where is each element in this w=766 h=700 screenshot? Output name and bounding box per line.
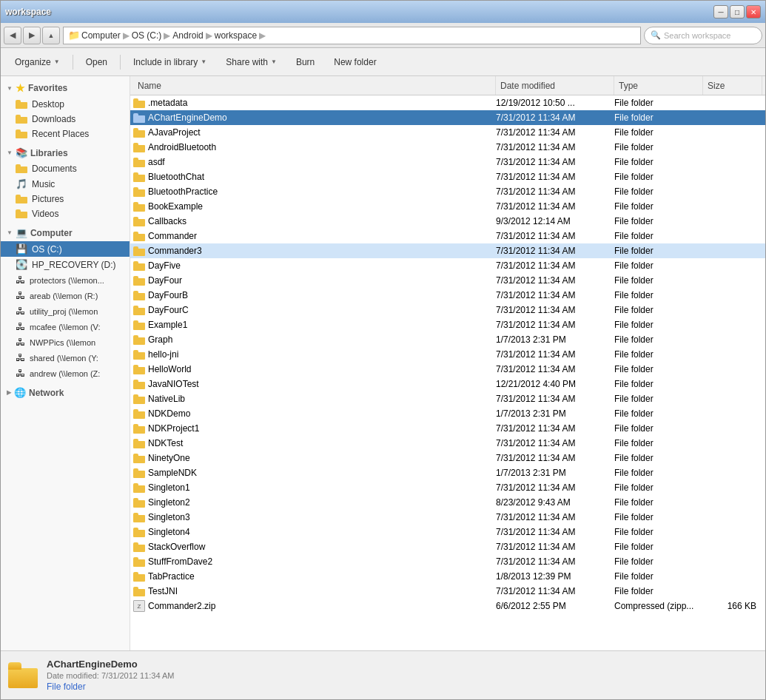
- col-header-size[interactable]: Size: [703, 76, 762, 95]
- table-row[interactable]: DayFourB7/31/2012 11:34 AMFile folder: [130, 288, 765, 303]
- back-button[interactable]: ◀: [4, 27, 21, 44]
- table-row[interactable]: Singleton37/31/2012 11:34 AMFile folder: [130, 510, 765, 525]
- sidebar-item-hp-recovery[interactable]: 💽 HP_RECOVERY (D:): [1, 257, 130, 272]
- sidebar-computer-header[interactable]: ▼ 💻 Computer: [1, 224, 130, 241]
- table-row[interactable]: hello-jni7/31/2012 11:34 AMFile folder: [130, 347, 765, 362]
- favorites-star-icon: ★: [16, 82, 25, 94]
- sidebar-libraries-header[interactable]: ▼ 📚 Libraries: [1, 144, 130, 161]
- file-list: .metadata12/19/2012 10:50 ...File folder…: [130, 95, 765, 650]
- table-row[interactable]: DayFive7/31/2012 11:34 AMFile folder: [130, 258, 765, 273]
- sidebar-item-desktop[interactable]: Desktop: [1, 97, 130, 112]
- table-row[interactable]: NinetyOne7/31/2012 11:34 AMFile folder: [130, 451, 765, 465]
- table-row[interactable]: AndroidBluetooth7/31/2012 11:34 AMFile f…: [130, 140, 765, 155]
- sidebar-item-protectors[interactable]: 🖧 protectors (\\lemon...: [1, 272, 130, 288]
- folder-icon: [133, 513, 145, 522]
- burn-button[interactable]: Burn: [288, 52, 323, 73]
- sidebar-item-downloads[interactable]: Downloads: [1, 112, 130, 127]
- address-path[interactable]: 📁 Computer ▶ OS (C:) ▶ Android ▶ workspa…: [63, 27, 641, 44]
- share-with-button[interactable]: Share with ▼: [218, 52, 285, 73]
- folder-icon: [133, 350, 145, 360]
- include-in-library-button[interactable]: Include in library ▼: [125, 52, 215, 73]
- include-library-dropdown-icon: ▼: [201, 58, 206, 65]
- sidebar-item-recent-places[interactable]: Recent Places: [1, 127, 130, 141]
- table-row[interactable]: HelloWorld7/31/2012 11:34 AMFile folder: [130, 362, 765, 377]
- col-header-type[interactable]: Type: [614, 76, 703, 95]
- table-row[interactable]: StackOverflow7/31/2012 11:34 AMFile fold…: [130, 539, 765, 554]
- table-row[interactable]: Commander7/31/2012 11:34 AMFile folder: [130, 229, 765, 243]
- table-row[interactable]: BluetoothChat7/31/2012 11:34 AMFile fold…: [130, 169, 765, 184]
- table-row[interactable]: Commander37/31/2012 11:34 AMFile folder: [130, 243, 765, 258]
- file-name: Commander3: [148, 246, 202, 256]
- table-row[interactable]: .metadata12/19/2012 10:50 ...File folder: [130, 95, 765, 110]
- path-part-android[interactable]: Android: [172, 30, 203, 41]
- protectors-icon: 🖧: [16, 275, 25, 286]
- open-button[interactable]: Open: [78, 52, 115, 73]
- sidebar-item-documents[interactable]: Documents: [1, 161, 130, 176]
- table-row[interactable]: NDKDemo1/7/2013 2:31 PMFile folder: [130, 406, 765, 421]
- search-box[interactable]: 🔍 Search workspace: [644, 27, 762, 44]
- path-part-workspace[interactable]: workspace: [215, 30, 257, 41]
- close-button[interactable]: ✕: [746, 5, 761, 18]
- file-name: asdf: [148, 157, 165, 167]
- organize-button[interactable]: Organize ▼: [7, 52, 68, 73]
- table-row[interactable]: Graph1/7/2013 2:31 PMFile folder: [130, 332, 765, 347]
- table-row[interactable]: TabPractice1/8/2013 12:39 PMFile folder: [130, 569, 765, 584]
- path-part-os[interactable]: OS (C:): [132, 30, 162, 41]
- file-date: 7/31/2012 11:34 AM: [496, 527, 614, 537]
- sidebar-favorites-header[interactable]: ▼ ★ Favorites: [1, 79, 130, 97]
- sidebar-item-shared[interactable]: 🖧 shared (\\lemon (Y:: [1, 350, 130, 366]
- file-date: 7/31/2012 11:34 AM: [496, 320, 614, 330]
- maximize-button[interactable]: □: [730, 5, 745, 18]
- minimize-button[interactable]: ─: [713, 5, 728, 18]
- sidebar-utility-proj-label: utility_proj (\\lemon: [30, 307, 98, 316]
- table-row[interactable]: Singleton47/31/2012 11:34 AMFile folder: [130, 525, 765, 539]
- table-row[interactable]: Singleton17/31/2012 11:34 AMFile folder: [130, 480, 765, 495]
- file-name-cell: HelloWorld: [133, 364, 496, 374]
- table-row[interactable]: Example17/31/2012 11:34 AMFile folder: [130, 317, 765, 332]
- sidebar-item-pictures[interactable]: Pictures: [1, 192, 130, 206]
- sidebar-item-nwppics[interactable]: 🖧 NWPPics (\\lemon: [1, 334, 130, 350]
- table-row[interactable]: asdf7/31/2012 11:34 AMFile folder: [130, 155, 765, 169]
- folder-icon: [133, 143, 145, 152]
- table-row[interactable]: AChartEngineDemo7/31/2012 11:34 AMFile f…: [130, 110, 765, 125]
- table-row[interactable]: AJavaProject7/31/2012 11:34 AMFile folde…: [130, 125, 765, 140]
- sidebar-item-andrew[interactable]: 🖧 andrew (\\lemon (Z:: [1, 366, 130, 381]
- sidebar-item-os-c[interactable]: 💾 OS (C:): [1, 241, 130, 257]
- table-row[interactable]: DayFourC7/31/2012 11:34 AMFile folder: [130, 303, 765, 317]
- table-row[interactable]: JavaNIOTest12/21/2012 4:40 PMFile folder: [130, 377, 765, 391]
- up-button[interactable]: ▲: [42, 27, 60, 44]
- path-part-computer[interactable]: Computer: [81, 30, 121, 41]
- table-row[interactable]: NDKProject17/31/2012 11:34 AMFile folder: [130, 421, 765, 436]
- forward-button[interactable]: ▶: [23, 27, 41, 44]
- file-type: File folder: [614, 571, 703, 582]
- sidebar-network-header[interactable]: ▶ 🌐 Network: [1, 384, 130, 401]
- network-triangle: ▶: [7, 389, 11, 396]
- folder-icon: [133, 291, 145, 300]
- col-header-date[interactable]: Date modified: [496, 76, 614, 95]
- table-row[interactable]: StuffFromDave27/31/2012 11:34 AMFile fol…: [130, 554, 765, 569]
- table-row[interactable]: NDKTest7/31/2012 11:34 AMFile folder: [130, 436, 765, 451]
- table-row[interactable]: Callbacks9/3/2012 12:14 AMFile folder: [130, 214, 765, 229]
- new-folder-button[interactable]: New folder: [326, 52, 384, 73]
- table-row[interactable]: BluetoothPractice7/31/2012 11:34 AMFile …: [130, 184, 765, 199]
- file-name: Callbacks: [148, 216, 187, 226]
- table-row[interactable]: DayFour7/31/2012 11:34 AMFile folder: [130, 273, 765, 288]
- sidebar-item-music[interactable]: 🎵 Music: [1, 176, 130, 192]
- status-date-label: Date modified:: [47, 671, 99, 680]
- table-row[interactable]: NativeLib7/31/2012 11:34 AMFile folder: [130, 391, 765, 406]
- col-header-name[interactable]: Name: [133, 76, 496, 95]
- table-row[interactable]: BookExample7/31/2012 11:34 AMFile folder: [130, 199, 765, 214]
- sidebar-item-utility-proj[interactable]: 🖧 utility_proj (\\lemon: [1, 303, 130, 319]
- table-row[interactable]: TestJNI7/31/2012 11:34 AMFile folder: [130, 584, 765, 599]
- folder-icon: [133, 217, 145, 226]
- sidebar-item-mcafee[interactable]: 🖧 mcafee (\\lemon (V:: [1, 319, 130, 334]
- table-row[interactable]: SampleNDK1/7/2013 2:31 PMFile folder: [130, 465, 765, 480]
- sidebar-item-videos[interactable]: Videos: [1, 206, 130, 221]
- table-row[interactable]: Singleton28/23/2012 9:43 AMFile folder: [130, 495, 765, 510]
- file-date: 9/3/2012 12:14 AM: [496, 216, 614, 226]
- file-name: NativeLib: [148, 394, 185, 404]
- sidebar-item-areab[interactable]: 🖧 areab (\\lemon (R:): [1, 288, 130, 303]
- file-name-cell: Callbacks: [133, 216, 496, 226]
- table-row[interactable]: ZCommander2.zip6/6/2012 2:55 PMCompresse…: [130, 599, 765, 613]
- path-sep-2: ▶: [164, 30, 170, 41]
